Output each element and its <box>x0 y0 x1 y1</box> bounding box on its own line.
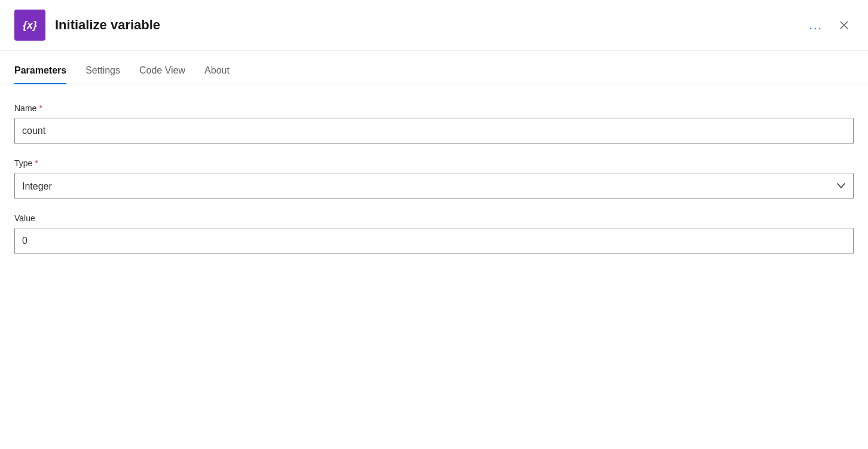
tab-code-view[interactable]: Code View <box>139 65 185 84</box>
action-icon: {x} <box>14 10 45 41</box>
name-field-group: Name * <box>14 103 854 144</box>
action-title: Initialize variable <box>55 17 160 33</box>
action-header: {x} Initialize variable ... <box>0 0 868 51</box>
tab-about[interactable]: About <box>204 65 230 84</box>
name-input[interactable] <box>14 118 854 144</box>
tab-settings[interactable]: Settings <box>85 65 120 84</box>
form-content: Name * Type * Array Boolean Float Intege… <box>0 84 868 288</box>
more-button[interactable]: ... <box>804 16 827 35</box>
action-icon-text: {x} <box>23 19 37 32</box>
close-button[interactable] <box>835 16 854 35</box>
type-label: Type * <box>14 158 854 168</box>
type-field-group: Type * Array Boolean Float Integer Objec… <box>14 158 854 199</box>
type-select-wrapper: Array Boolean Float Integer Object Strin… <box>14 173 854 199</box>
name-required-indicator: * <box>39 103 42 113</box>
value-input[interactable] <box>14 228 854 254</box>
tabs-bar: Parameters Settings Code View About <box>0 51 868 84</box>
name-label: Name * <box>14 103 854 113</box>
type-select[interactable]: Array Boolean Float Integer Object Strin… <box>14 173 854 199</box>
tab-parameters[interactable]: Parameters <box>14 65 66 84</box>
header-actions: ... <box>804 16 854 35</box>
type-required-indicator: * <box>35 158 38 168</box>
value-label: Value <box>14 213 854 223</box>
header-left: {x} Initialize variable <box>14 10 160 41</box>
value-field-group: Value <box>14 213 854 254</box>
close-icon <box>839 20 849 30</box>
